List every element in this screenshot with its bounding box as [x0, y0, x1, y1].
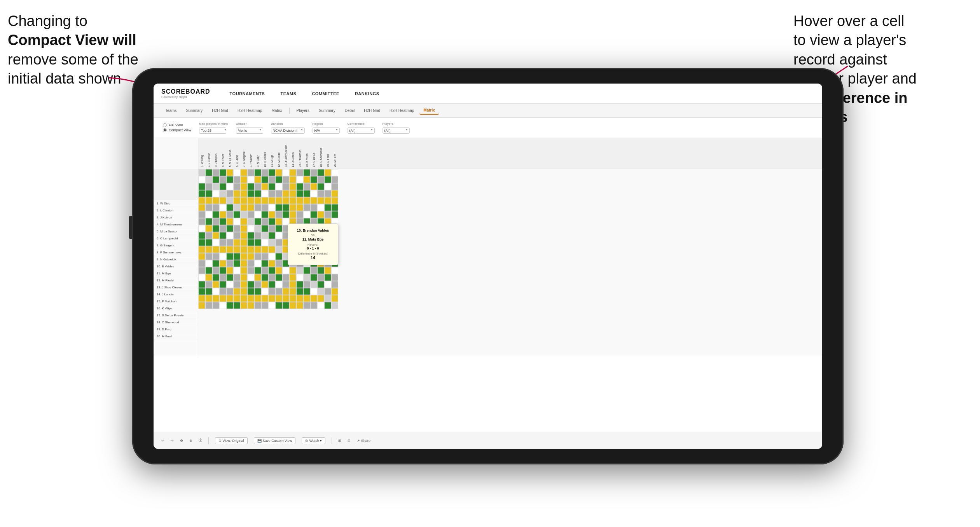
cell-r7-c6[interactable]	[233, 211, 240, 218]
cell-r1-c10[interactable]	[261, 169, 268, 176]
cell-r15-c5[interactable]	[226, 267, 233, 274]
cell-r17-c7[interactable]	[240, 281, 247, 288]
cell-r11-c2[interactable]	[205, 239, 212, 246]
cell-r17-c14[interactable]	[289, 281, 296, 288]
sub-nav-summary[interactable]: Summary	[182, 107, 206, 114]
cell-r18-c5[interactable]	[226, 288, 233, 295]
cell-r18-c14[interactable]	[289, 288, 296, 295]
cell-r2-c13[interactable]	[282, 176, 289, 183]
cell-r16-c17[interactable]	[310, 274, 317, 281]
cell-r1-c5[interactable]	[226, 169, 233, 176]
cell-r17-c2[interactable]	[205, 281, 212, 288]
cell-r13-c2[interactable]	[205, 253, 212, 260]
cell-r2-c20[interactable]	[331, 176, 338, 183]
cell-r20-c8[interactable]	[247, 302, 254, 309]
cell-r1-c18[interactable]	[317, 169, 324, 176]
cell-r8-c6[interactable]	[233, 218, 240, 225]
cell-r19-c17[interactable]	[310, 295, 317, 302]
cell-r7-c8[interactable]	[247, 211, 254, 218]
cell-r1-c9[interactable]	[254, 169, 261, 176]
sub-nav-summary-2[interactable]: Summary	[315, 107, 339, 114]
cell-r8-c2[interactable]	[205, 218, 212, 225]
cell-r3-c5[interactable]	[226, 183, 233, 190]
cell-r1-c6[interactable]	[233, 169, 240, 176]
cell-r7-c14[interactable]	[289, 211, 296, 218]
cell-r7-c15[interactable]	[296, 211, 303, 218]
cell-r4-c13[interactable]	[282, 190, 289, 197]
cell-r16-c7[interactable]	[240, 274, 247, 281]
cell-r14-c5[interactable]	[226, 260, 233, 267]
filter-players-select[interactable]: (All)	[383, 127, 410, 134]
cell-r16-c15[interactable]	[296, 274, 303, 281]
cell-r7-c12[interactable]	[275, 211, 282, 218]
cell-r17-c15[interactable]	[296, 281, 303, 288]
cell-r10-c1[interactable]	[198, 232, 205, 239]
cell-r5-c20[interactable]	[331, 197, 338, 204]
cell-r18-c17[interactable]	[310, 288, 317, 295]
cell-r20-c14[interactable]	[289, 302, 296, 309]
info-button[interactable]: ⓘ	[199, 438, 202, 443]
cell-r18-c1[interactable]	[198, 288, 205, 295]
cell-r5-c9[interactable]	[254, 197, 261, 204]
cell-r20-c16[interactable]	[303, 302, 310, 309]
cell-r4-c15[interactable]	[296, 190, 303, 197]
cell-r10-c2[interactable]	[205, 232, 212, 239]
cell-r14-c6[interactable]	[233, 260, 240, 267]
cell-r2-c10[interactable]	[261, 176, 268, 183]
cell-r7-c10[interactable]	[261, 211, 268, 218]
cell-r13-c3[interactable]	[212, 253, 219, 260]
view-original-button[interactable]: ⊙ View: Original	[215, 437, 248, 444]
cell-r5-c4[interactable]	[219, 197, 226, 204]
cell-r2-c17[interactable]	[310, 176, 317, 183]
cell-r5-c6[interactable]	[233, 197, 240, 204]
cell-r3-c17[interactable]	[310, 183, 317, 190]
cell-r17-c11[interactable]	[268, 281, 275, 288]
cell-r16-c20[interactable]	[331, 274, 338, 281]
cell-r3-c3[interactable]	[212, 183, 219, 190]
cell-r19-c4[interactable]	[219, 295, 226, 302]
cell-r18-c7[interactable]	[240, 288, 247, 295]
cell-r9-c3[interactable]	[212, 225, 219, 232]
cell-r12-c4[interactable]	[219, 246, 226, 253]
cell-r5-c14[interactable]	[289, 197, 296, 204]
sub-nav-teams[interactable]: Teams	[161, 107, 180, 114]
cell-r13-c12[interactable]	[275, 253, 282, 260]
sub-nav-detail[interactable]: Detail	[341, 107, 359, 114]
cell-r16-c16[interactable]	[303, 274, 310, 281]
cell-r16-c18[interactable]	[317, 274, 324, 281]
cell-r15-c6[interactable]	[233, 267, 240, 274]
cell-r15-c20[interactable]	[331, 267, 338, 274]
cell-r12-c8[interactable]	[247, 246, 254, 253]
cell-r7-c5[interactable]	[226, 211, 233, 218]
cell-r6-c19[interactable]	[324, 204, 331, 211]
cell-r18-c13[interactable]	[282, 288, 289, 295]
cell-r8-c1[interactable]	[198, 218, 205, 225]
cell-r4-c4[interactable]	[219, 190, 226, 197]
cell-r5-c13[interactable]	[282, 197, 289, 204]
cell-r19-c5[interactable]	[226, 295, 233, 302]
cell-r15-c12[interactable]	[275, 267, 282, 274]
cell-r12-c6[interactable]	[233, 246, 240, 253]
cell-r13-c10[interactable]	[261, 253, 268, 260]
cell-r6-c12[interactable]	[275, 204, 282, 211]
cell-r1-c1[interactable]	[198, 169, 205, 176]
cell-r5-c11[interactable]	[268, 197, 275, 204]
cell-r9-c9[interactable]	[254, 225, 261, 232]
cell-r4-c18[interactable]	[317, 190, 324, 197]
cell-r3-c11[interactable]	[268, 183, 275, 190]
cell-r12-c10[interactable]	[261, 246, 268, 253]
cell-r17-c13[interactable]	[282, 281, 289, 288]
cell-r11-c11[interactable]	[268, 239, 275, 246]
cell-r17-c10[interactable]	[261, 281, 268, 288]
cell-r1-c13[interactable]	[282, 169, 289, 176]
cell-r15-c9[interactable]	[254, 267, 261, 274]
cell-r8-c9[interactable]	[254, 218, 261, 225]
full-view-radio[interactable]	[163, 123, 167, 127]
cell-r4-c19[interactable]	[324, 190, 331, 197]
cell-r15-c11[interactable]	[268, 267, 275, 274]
cell-r15-c15[interactable]	[296, 267, 303, 274]
cell-r20-c5[interactable]	[226, 302, 233, 309]
cell-r17-c4[interactable]	[219, 281, 226, 288]
cell-r12-c1[interactable]	[198, 246, 205, 253]
cell-r9-c2[interactable]	[205, 225, 212, 232]
